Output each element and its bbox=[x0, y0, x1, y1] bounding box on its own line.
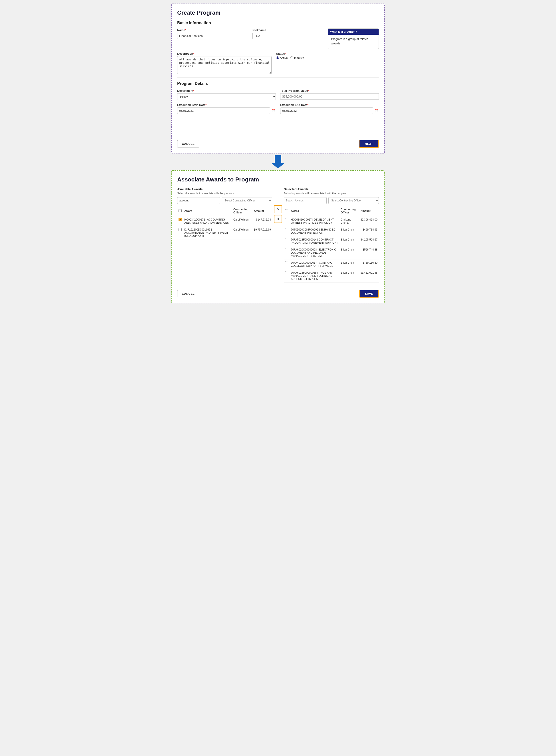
department-col: Department* Policy bbox=[177, 89, 276, 100]
selected-table-row: 70FA5018F00000014 | CONTRACT PROGRAM MAN… bbox=[284, 236, 379, 246]
selected-col-award: Award bbox=[289, 206, 339, 216]
dates-row: Execution Start Date* 📅 Execution End Da… bbox=[177, 103, 379, 114]
nickname-input[interactable] bbox=[252, 33, 323, 39]
selected-row-checkbox[interactable] bbox=[285, 238, 288, 241]
selected-subtitle: Following awards will be associated with… bbox=[284, 192, 379, 195]
available-co-select[interactable]: Select Contracting Officer bbox=[222, 197, 272, 204]
next-button[interactable]: NEXT bbox=[359, 140, 379, 148]
info-box-header: What is a program? bbox=[328, 29, 379, 35]
selected-row-checkbox[interactable] bbox=[285, 218, 288, 221]
available-row-amount: $147,632.04 bbox=[252, 216, 272, 226]
divider-1 bbox=[177, 77, 379, 78]
selected-awards-tbody: HQ003419C0027 | DEVELOPMENT OF BEST PRAC… bbox=[284, 216, 379, 282]
available-subtitle: Select the awards to associate with the … bbox=[177, 192, 272, 195]
available-row-co: Carol Wilson bbox=[232, 226, 252, 239]
status-radio-group: Active Inactive bbox=[276, 56, 323, 60]
selected-awards-panel: Selected Awards Following awards will be… bbox=[284, 187, 379, 282]
selected-row-co: Brian Chen bbox=[339, 236, 359, 246]
available-table-row: HQ003420C0172 | ACCOUNTING AND ASSET VAL… bbox=[177, 216, 272, 226]
selected-title: Selected Awards bbox=[284, 187, 379, 191]
selected-row-amount: $2,306,458.00 bbox=[359, 216, 379, 226]
exec-start-calendar-icon[interactable]: 📅 bbox=[271, 109, 276, 113]
available-table-header: Award Contracting Officer Amount bbox=[177, 206, 272, 216]
program-details-heading: Program Details bbox=[177, 81, 379, 86]
associate-awards-footer: CANCEL SAVE bbox=[177, 287, 379, 298]
exec-start-label: Execution Start Date* bbox=[177, 103, 276, 107]
available-row-amount: $9,757,912.69 bbox=[252, 226, 272, 239]
status-inactive-option[interactable]: Inactive bbox=[290, 56, 304, 60]
available-select-all-checkbox[interactable] bbox=[178, 209, 182, 212]
transfer-right-button[interactable]: > bbox=[274, 205, 282, 213]
selected-row-co: Brian Chen bbox=[339, 260, 359, 269]
name-label: Name* bbox=[177, 28, 248, 32]
create-cancel-button[interactable]: CANCEL bbox=[177, 140, 199, 147]
available-row-checkbox[interactable] bbox=[178, 218, 182, 221]
selected-row-award: 70FA6020C00000008 | ELECTRONIC DOCUMENT … bbox=[289, 246, 339, 260]
selected-row-co: Brian Chen bbox=[339, 226, 359, 236]
selected-table-row: 70FA4020C00000017 | CONTRACT CLOSEOUT SU… bbox=[284, 260, 379, 269]
selected-search-input[interactable] bbox=[284, 197, 326, 204]
available-col-amount: Amount bbox=[252, 206, 272, 216]
exec-end-wrapper: 📅 bbox=[280, 107, 379, 114]
description-col: Description* All awards that focus on im… bbox=[177, 52, 272, 74]
available-filters: Select Contracting Officer bbox=[177, 197, 272, 204]
selected-row-amount: $3,461,601.48 bbox=[359, 269, 379, 282]
selected-row-checkbox[interactable] bbox=[285, 271, 288, 274]
status-active-option[interactable]: Active bbox=[276, 56, 287, 60]
exec-end-col: Execution End Date* 📅 bbox=[280, 103, 379, 114]
description-label: Description* bbox=[177, 52, 272, 55]
create-program-footer: CANCEL NEXT bbox=[177, 137, 379, 148]
selected-table-row: HQ003419C0027 | DEVELOPMENT OF BEST PRAC… bbox=[284, 216, 379, 226]
exec-end-input[interactable] bbox=[280, 107, 373, 114]
selected-row-award: 70FA4020C00000017 | CONTRACT CLOSEOUT SU… bbox=[289, 260, 339, 269]
selected-row-amount: $566,744.88 bbox=[359, 246, 379, 260]
selected-row-co: Brian Chen bbox=[339, 269, 359, 282]
selected-table-row: 70FA6018F00000065 | PROGRAM MANAGEMENT A… bbox=[284, 269, 379, 282]
department-select[interactable]: Policy bbox=[177, 93, 276, 100]
selected-table-header: Award Contracting Officer Amount bbox=[284, 206, 379, 216]
selected-filters: Select Contracting Officer bbox=[284, 197, 379, 204]
selected-table-row: 70T05020C9NRCA292 | ENHANCED DOCUMENT IN… bbox=[284, 226, 379, 236]
associate-cancel-button[interactable]: CANCEL bbox=[177, 290, 199, 297]
transfer-left-button[interactable]: < bbox=[274, 215, 282, 223]
associate-title: Associate Awards to Program bbox=[177, 176, 379, 183]
available-row-award: DJF161200D0001665 | ACCOUNTABLE PROPERTY… bbox=[183, 226, 232, 239]
available-title: Available Awards bbox=[177, 187, 272, 191]
available-awards-tbody: HQ003420C0172 | ACCOUNTING AND ASSET VAL… bbox=[177, 216, 272, 239]
selected-row-award: 70FA6018F00000065 | PROGRAM MANAGEMENT A… bbox=[289, 269, 339, 282]
status-label: Status* bbox=[276, 52, 323, 55]
arrow-wrapper bbox=[171, 153, 385, 170]
name-input[interactable] bbox=[177, 33, 248, 39]
selected-row-amount: $499,714.95 bbox=[359, 226, 379, 236]
dept-value-row: Department* Policy Total Program Value* bbox=[177, 89, 379, 100]
selected-col-co: Contracting Officer bbox=[339, 206, 359, 216]
exec-start-input[interactable] bbox=[177, 107, 270, 114]
selected-row-co: Christine Chenal bbox=[339, 216, 359, 226]
selected-row-checkbox[interactable] bbox=[285, 248, 288, 251]
basic-info-heading: Basic Information bbox=[177, 21, 379, 25]
selected-row-co: Brian Chen bbox=[339, 246, 359, 260]
available-search-input[interactable] bbox=[177, 197, 220, 204]
exec-end-calendar-icon[interactable]: 📅 bbox=[374, 109, 379, 113]
selected-select-all-checkbox[interactable] bbox=[285, 209, 288, 212]
status-inactive-radio[interactable] bbox=[290, 57, 293, 59]
total-value-input[interactable] bbox=[280, 93, 379, 100]
exec-start-wrapper: 📅 bbox=[177, 107, 276, 114]
selected-row-checkbox[interactable] bbox=[285, 228, 288, 231]
available-awards-panel: Available Awards Select the awards to as… bbox=[177, 187, 272, 239]
status-col: Status* Active Inactive bbox=[276, 52, 323, 74]
available-col-award: Award bbox=[183, 206, 232, 216]
spacer bbox=[177, 117, 379, 130]
status-active-radio[interactable] bbox=[276, 57, 279, 59]
selected-row-checkbox[interactable] bbox=[285, 261, 288, 264]
available-row-co: Carol Wilson bbox=[232, 216, 252, 226]
selected-row-award: 70FA5018F00000014 | CONTRACT PROGRAM MAN… bbox=[289, 236, 339, 246]
nickname-col: Nickname bbox=[252, 28, 323, 49]
description-input[interactable]: All awards that focus on improving the s… bbox=[177, 56, 272, 74]
available-awards-table: Award Contracting Officer Amount HQ00342… bbox=[177, 206, 272, 239]
available-row-checkbox[interactable] bbox=[178, 228, 182, 231]
save-button[interactable]: SAVE bbox=[359, 290, 379, 298]
selected-row-award: HQ003419C0027 | DEVELOPMENT OF BEST PRAC… bbox=[289, 216, 339, 226]
selected-co-select[interactable]: Select Contracting Officer bbox=[328, 197, 379, 204]
available-table-row: DJF161200D0001665 | ACCOUNTABLE PROPERTY… bbox=[177, 226, 272, 239]
